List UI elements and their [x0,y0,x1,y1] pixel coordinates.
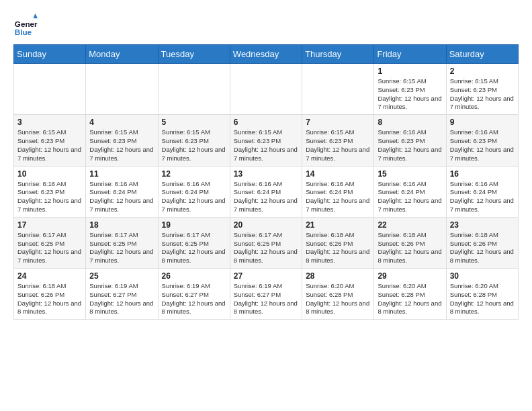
calendar-body: 1Sunrise: 6:15 AM Sunset: 6:23 PM Daylig… [14,64,519,320]
day-header-sunday: Sunday [14,45,86,64]
day-info: Sunrise: 6:17 AM Sunset: 6:25 PM Dayligh… [162,231,226,265]
day-info: Sunrise: 6:16 AM Sunset: 6:24 PM Dayligh… [378,180,442,214]
day-number: 2 [450,66,515,76]
day-info: Sunrise: 6:16 AM Sunset: 6:24 PM Dayligh… [450,180,515,214]
day-info: Sunrise: 6:20 AM Sunset: 6:28 PM Dayligh… [450,282,515,316]
day-info: Sunrise: 6:16 AM Sunset: 6:23 PM Dayligh… [17,180,82,214]
calendar-cell: 19Sunrise: 6:17 AM Sunset: 6:25 PM Dayli… [158,217,230,268]
day-number: 26 [162,271,226,281]
calendar-cell: 6Sunrise: 6:15 AM Sunset: 6:23 PM Daylig… [230,115,302,166]
calendar-cell [158,64,230,115]
day-info: Sunrise: 6:17 AM Sunset: 6:25 PM Dayligh… [89,231,154,265]
calendar-cell: 8Sunrise: 6:16 AM Sunset: 6:23 PM Daylig… [374,115,446,166]
day-info: Sunrise: 6:19 AM Sunset: 6:27 PM Dayligh… [162,282,226,316]
day-info: Sunrise: 6:15 AM Sunset: 6:23 PM Dayligh… [234,128,298,163]
calendar-cell: 4Sunrise: 6:15 AM Sunset: 6:23 PM Daylig… [86,115,158,166]
day-number: 11 [89,169,154,179]
day-info: Sunrise: 6:15 AM Sunset: 6:23 PM Dayligh… [162,128,226,163]
calendar-cell: 30Sunrise: 6:20 AM Sunset: 6:28 PM Dayli… [446,269,518,320]
calendar-cell: 9Sunrise: 6:16 AM Sunset: 6:23 PM Daylig… [446,115,518,166]
calendar-cell [230,64,302,115]
day-info: Sunrise: 6:18 AM Sunset: 6:26 PM Dayligh… [378,231,442,265]
calendar-cell: 26Sunrise: 6:19 AM Sunset: 6:27 PM Dayli… [158,269,230,320]
calendar-week-row: 24Sunrise: 6:18 AM Sunset: 6:26 PM Dayli… [14,269,519,320]
calendar-cell: 2Sunrise: 6:15 AM Sunset: 6:23 PM Daylig… [446,64,518,115]
day-number: 19 [162,220,226,230]
calendar-week-row: 1Sunrise: 6:15 AM Sunset: 6:23 PM Daylig… [14,64,519,115]
calendar-cell: 15Sunrise: 6:16 AM Sunset: 6:24 PM Dayli… [374,166,446,217]
day-info: Sunrise: 6:16 AM Sunset: 6:24 PM Dayligh… [306,180,370,214]
day-header-wednesday: Wednesday [230,45,302,64]
day-header-friday: Friday [374,45,446,64]
day-info: Sunrise: 6:16 AM Sunset: 6:24 PM Dayligh… [162,180,226,214]
calendar-cell: 11Sunrise: 6:16 AM Sunset: 6:24 PM Dayli… [86,166,158,217]
day-info: Sunrise: 6:17 AM Sunset: 6:25 PM Dayligh… [17,231,82,265]
day-info: Sunrise: 6:16 AM Sunset: 6:23 PM Dayligh… [378,128,442,163]
calendar-cell: 5Sunrise: 6:15 AM Sunset: 6:23 PM Daylig… [158,115,230,166]
calendar-cell: 7Sunrise: 6:15 AM Sunset: 6:23 PM Daylig… [302,115,374,166]
day-header-tuesday: Tuesday [158,45,230,64]
day-number: 15 [378,169,442,179]
page-header: General Blue [13,13,519,38]
day-number: 5 [162,118,226,127]
day-number: 25 [89,271,154,281]
calendar-cell [14,64,86,115]
calendar-cell: 25Sunrise: 6:19 AM Sunset: 6:27 PM Dayli… [86,269,158,320]
day-number: 27 [234,271,298,281]
calendar-cell: 24Sunrise: 6:18 AM Sunset: 6:26 PM Dayli… [14,269,86,320]
day-number: 13 [234,169,298,179]
day-number: 21 [306,220,370,230]
calendar-cell [86,64,158,115]
day-number: 7 [306,118,370,127]
calendar-week-row: 10Sunrise: 6:16 AM Sunset: 6:23 PM Dayli… [14,166,519,217]
day-info: Sunrise: 6:17 AM Sunset: 6:25 PM Dayligh… [234,231,298,265]
day-info: Sunrise: 6:19 AM Sunset: 6:27 PM Dayligh… [234,282,298,316]
calendar-cell: 27Sunrise: 6:19 AM Sunset: 6:27 PM Dayli… [230,269,302,320]
day-number: 8 [378,118,442,127]
calendar-cell: 3Sunrise: 6:15 AM Sunset: 6:23 PM Daylig… [14,115,86,166]
day-number: 1 [378,66,442,76]
day-info: Sunrise: 6:15 AM Sunset: 6:23 PM Dayligh… [89,128,154,163]
calendar-cell: 18Sunrise: 6:17 AM Sunset: 6:25 PM Dayli… [86,217,158,268]
calendar-cell: 13Sunrise: 6:16 AM Sunset: 6:24 PM Dayli… [230,166,302,217]
calendar-week-row: 3Sunrise: 6:15 AM Sunset: 6:23 PM Daylig… [14,115,519,166]
day-number: 28 [306,271,370,281]
logo-icon: General Blue [13,13,38,38]
day-info: Sunrise: 6:16 AM Sunset: 6:24 PM Dayligh… [89,180,154,214]
day-info: Sunrise: 6:15 AM Sunset: 6:23 PM Dayligh… [17,128,82,163]
day-info: Sunrise: 6:16 AM Sunset: 6:24 PM Dayligh… [234,180,298,214]
day-header-saturday: Saturday [446,45,518,64]
calendar-header-row: SundayMondayTuesdayWednesdayThursdayFrid… [14,45,519,64]
calendar-cell: 1Sunrise: 6:15 AM Sunset: 6:23 PM Daylig… [374,64,446,115]
day-number: 29 [378,271,442,281]
day-number: 30 [450,271,515,281]
day-info: Sunrise: 6:18 AM Sunset: 6:26 PM Dayligh… [450,231,515,265]
day-info: Sunrise: 6:15 AM Sunset: 6:23 PM Dayligh… [306,128,370,163]
calendar-cell: 22Sunrise: 6:18 AM Sunset: 6:26 PM Dayli… [374,217,446,268]
day-number: 3 [17,118,82,127]
logo: General Blue [13,13,40,38]
day-number: 20 [234,220,298,230]
day-number: 17 [17,220,82,230]
day-number: 6 [234,118,298,127]
day-info: Sunrise: 6:15 AM Sunset: 6:23 PM Dayligh… [378,77,442,111]
calendar-cell: 20Sunrise: 6:17 AM Sunset: 6:25 PM Dayli… [230,217,302,268]
day-header-monday: Monday [86,45,158,64]
day-info: Sunrise: 6:16 AM Sunset: 6:23 PM Dayligh… [450,128,515,163]
calendar-cell: 10Sunrise: 6:16 AM Sunset: 6:23 PM Dayli… [14,166,86,217]
day-number: 9 [450,118,515,127]
calendar-week-row: 17Sunrise: 6:17 AM Sunset: 6:25 PM Dayli… [14,217,519,268]
calendar-cell: 14Sunrise: 6:16 AM Sunset: 6:24 PM Dayli… [302,166,374,217]
day-info: Sunrise: 6:18 AM Sunset: 6:26 PM Dayligh… [17,282,82,316]
calendar-cell: 16Sunrise: 6:16 AM Sunset: 6:24 PM Dayli… [446,166,518,217]
day-number: 4 [89,118,154,127]
calendar-cell [302,64,374,115]
day-header-thursday: Thursday [302,45,374,64]
calendar-cell: 21Sunrise: 6:18 AM Sunset: 6:26 PM Dayli… [302,217,374,268]
calendar-cell: 17Sunrise: 6:17 AM Sunset: 6:25 PM Dayli… [14,217,86,268]
calendar-cell: 29Sunrise: 6:20 AM Sunset: 6:28 PM Dayli… [374,269,446,320]
calendar-cell: 23Sunrise: 6:18 AM Sunset: 6:26 PM Dayli… [446,217,518,268]
calendar-cell: 28Sunrise: 6:20 AM Sunset: 6:28 PM Dayli… [302,269,374,320]
day-number: 10 [17,169,82,179]
day-number: 23 [450,220,515,230]
